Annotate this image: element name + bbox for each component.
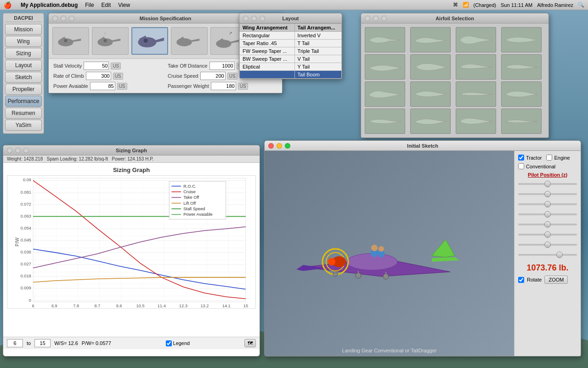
legend-checkbox[interactable] [166,340,172,346]
slider-thumb-2[interactable] [544,191,551,197]
airfoil-8[interactable] [501,54,542,80]
chart-to-input[interactable] [34,339,51,347]
rate-of-climb-row: Rate of Climb US [53,72,163,80]
mission-figure-2[interactable]: ↑ [92,27,129,55]
svg-marker-21 [229,40,239,44]
stall-velocity-input[interactable] [84,62,109,70]
airfoil-2[interactable] [410,27,451,52]
power-available-input[interactable] [90,82,115,90]
sidebar-item-sizing[interactable]: Sizing [5,48,42,59]
rate-of-climb-input[interactable] [86,72,111,80]
slider-thumb-1[interactable] [544,181,551,187]
menu-edit[interactable]: Edit [102,2,111,8]
apple-menu[interactable]: 🍎 [4,1,11,9]
layout-close[interactable] [243,16,249,21]
sizing-max[interactable] [23,148,29,153]
chart-pw-value: P/W= 0.0577 [82,340,111,346]
airfoil-max[interactable] [381,16,387,21]
airfoil-16[interactable] [501,109,542,134]
sketch-3d-view: Landing Gear Conventional or TailDragger [265,151,514,356]
svg-marker-18 [178,37,184,40]
sidebar-item-yasim[interactable]: YaSim [5,120,42,131]
engine-checkbox[interactable] [546,155,552,161]
menu-file[interactable]: File [85,2,94,8]
sizing-close[interactable] [7,148,12,153]
sidebar-item-sketch[interactable]: Sketch [5,72,42,83]
mission-figure-4[interactable] [171,27,208,55]
chart-from-input[interactable] [7,339,23,347]
slider-thumb-7[interactable] [544,242,551,248]
chart-footer: to W/S= 12.6 P/W= 0.0577 Legend 🗺 [3,337,260,349]
layout-row-4[interactable]: Eliptical Y Tail [240,63,342,71]
airfoil-9[interactable] [365,81,405,107]
sketch-min[interactable] [277,143,282,149]
slider-1[interactable] [518,183,577,185]
slider-thumb-4[interactable] [544,211,551,218]
slider-7[interactable] [518,244,577,246]
mission-figure-1[interactable] [52,27,89,55]
rotate-checkbox[interactable] [518,277,524,283]
slider-thumb-8[interactable] [556,252,563,258]
sidebar-item-wing[interactable]: Wing [5,36,42,47]
passenger-weight-input[interactable] [211,82,236,90]
mission-min[interactable] [61,16,66,21]
airfoil-12[interactable] [501,81,542,107]
sidebar-item-mission[interactable]: Mission [5,24,42,35]
airfoil-min[interactable] [373,16,379,21]
conventional-checkbox[interactable] [518,163,524,169]
slider-thumb-6[interactable] [544,231,551,238]
airfoil-11[interactable] [456,81,496,107]
airfoil-15[interactable] [456,109,496,134]
airfoil-4[interactable] [501,27,542,52]
slider-8[interactable] [518,254,577,256]
airfoil-1[interactable] [365,27,405,52]
slider-2[interactable] [518,193,577,195]
layout-row-3[interactable]: BW Sweep Taper ... V Tail [240,55,342,63]
svg-point-87 [379,246,384,252]
layout-row-1[interactable]: Taper Ratio .45 T Tail [240,40,342,47]
airfoil-3[interactable] [456,27,496,52]
layout-min[interactable] [251,16,257,21]
layout-row-5[interactable]: Tail Boom [240,71,342,79]
tractor-checkbox[interactable] [518,155,524,161]
sizing-min[interactable] [15,148,21,153]
cruise-speed-input[interactable] [200,72,226,80]
airfoil-14[interactable] [410,109,451,134]
mission-figure-3[interactable] [131,27,168,55]
airplane-3d-svg [289,194,464,313]
zoom-button[interactable]: ZOOM [544,276,568,284]
airfoil-5[interactable] [365,54,405,80]
layout-row-0[interactable]: Rectangular Inverted V [240,32,342,40]
airfoil-6[interactable] [410,54,451,80]
mission-max[interactable] [69,16,74,21]
layout-row-2[interactable]: FW Sweep Taper ... Triple Tail [240,47,342,55]
sidebar-item-layout[interactable]: Layout [5,60,42,71]
slider-thumb-3[interactable] [544,201,551,207]
slider-3[interactable] [518,203,577,205]
sidebar-item-performance[interactable]: Performance [5,96,42,107]
airfoil-13[interactable] [365,109,405,134]
svg-text:10.5: 10.5 [136,304,145,308]
legend-checkbox-row[interactable]: Legend [166,340,190,346]
layout-max[interactable] [260,16,265,21]
airfoil-10[interactable] [410,81,451,107]
airfoil-7[interactable] [456,54,496,80]
legend-map-button[interactable]: 🗺 [244,339,256,347]
layout-title: Layout [282,16,299,21]
sidebar-item-resumen[interactable]: Resumen [5,108,42,119]
mission-close[interactable] [52,16,58,21]
takeoff-distance-input[interactable] [209,62,235,70]
slider-thumb-5[interactable] [544,221,551,228]
slider-4[interactable] [518,213,577,215]
slider-5[interactable] [518,224,577,225]
menubar-search-icon[interactable]: 🔍 [578,2,584,8]
slider-6[interactable] [518,234,577,236]
svg-text:0.045: 0.045 [21,238,31,242]
menu-view[interactable]: View [118,2,130,8]
sidebar-item-propeller[interactable]: Propeller [5,84,42,95]
pilot-position-link[interactable]: Pilot Position (z) [518,172,577,178]
sketch-max[interactable] [285,143,290,149]
sketch-close[interactable] [268,143,274,149]
weight-display: 1073.76 lb. [518,263,577,273]
airfoil-close[interactable] [365,16,370,21]
